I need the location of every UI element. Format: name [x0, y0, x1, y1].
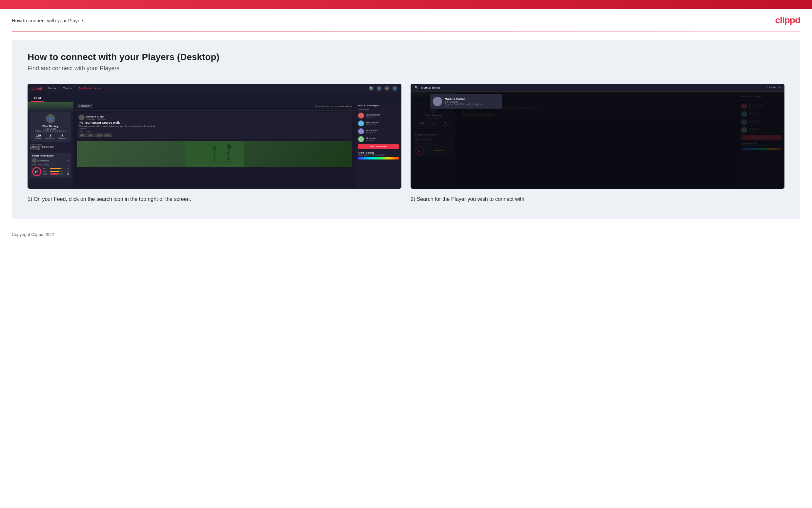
sc-nav-myperformance: My Performance	[77, 86, 103, 91]
sc-right-1: Most Active Players Last 30 days Richard…	[355, 102, 401, 188]
sc-close-btn[interactable]: ×	[778, 86, 780, 89]
sc-stat-followers-label: Followers	[46, 137, 54, 139]
sc-search-input[interactable]: Marcus Turner	[421, 86, 765, 89]
sc-latest-val: Afternoon round of golf	[30, 146, 71, 148]
sc-activity-avatar	[79, 115, 85, 120]
sc-player-name-small: Eli Vincent	[38, 160, 66, 162]
header-divider	[12, 32, 800, 32]
sc-tags: OTT APP ARG PUTT	[79, 134, 350, 137]
sc-search-bar[interactable]: 🔍 Marcus Turner CLEAR ×	[411, 84, 784, 92]
sc-stat-followers: 3 Followers	[46, 134, 54, 139]
sc-most-active-title: Most Active Players	[358, 104, 399, 107]
sc-feed-tab-1: Feed	[31, 95, 44, 102]
sc-player-list-acts-3: Activities: 3	[366, 132, 378, 134]
sc-player-list-name-2: Piers Parnell	[366, 121, 379, 124]
svg-point-1	[227, 144, 231, 149]
sc-activity: Richard Butler Yesterday · The Grove Pre…	[77, 113, 352, 139]
sc-result-club: Cypress Point Club, United Kingdom	[445, 103, 482, 105]
sc-score-circle: 84	[32, 167, 41, 176]
sc-player-list-avatar-3	[358, 128, 364, 134]
sc-player-list-acts-4: Activities: 1	[366, 139, 377, 141]
sc-bar-ott-label: OTT	[43, 168, 49, 170]
sc-profile-name: Blair McHarg	[33, 125, 68, 128]
sc-team-heatmap-title: Team Heatmap	[358, 152, 399, 154]
sc-control-link: Control who can see your activity and da…	[315, 105, 352, 107]
sc-profile-club: Mill Ride Golf Club, United Kingdom	[33, 130, 68, 132]
sc-activity-person: Richard Butler	[86, 115, 106, 118]
sc-bar-arg-val: 61	[64, 173, 69, 175]
sc-active-period: Last 30 days	[358, 109, 399, 111]
sc-nav-1: clippd Home Teams My Performance 🔍 👤 ⚙ 👤	[28, 84, 401, 93]
sc-stat-activities-num: 129	[35, 134, 43, 137]
sc-clear-btn[interactable]: CLEAR	[767, 86, 776, 89]
sc-bar-ott-val: 79	[64, 168, 69, 170]
sc-tag-app: APP	[87, 134, 94, 137]
sc-team-dashboard-btn[interactable]: Team Dashboard	[358, 144, 399, 149]
sc-score: 84 OTT 79	[32, 167, 69, 176]
main-subtitle: Find and connect with your Players	[28, 65, 784, 72]
sc-quality-label: Total Player Quality	[32, 164, 69, 166]
sc-profile-avatar: 👤	[46, 114, 55, 123]
sc-player-list-name-3: Hiral Pujara	[366, 129, 378, 132]
sc-player-list-acts-2: Activities: 4	[366, 124, 379, 126]
sc-player-avatar-small	[32, 158, 37, 163]
sc-profile-card: 👤 Blair McHarg Golf Coach Mill Ride Golf…	[30, 112, 71, 142]
header-title: How to connect with your Players	[12, 18, 85, 23]
sc-nav-items-1: Home Teams My Performance	[46, 86, 103, 91]
sc-tag-ott: OTT	[79, 134, 86, 137]
sc-latest-date: 27 Jul 2022	[30, 148, 71, 150]
sc-stat-followers-num: 3	[46, 134, 54, 137]
main-content: How to connect with your Players (Deskto…	[12, 40, 800, 219]
sc-left-1: 👤 Blair McHarg Golf Coach Mill Ride Golf…	[28, 102, 74, 188]
sc-bar-ott-track	[50, 168, 63, 169]
sc-activity-location: Yesterday · The Grove	[86, 118, 106, 120]
footer: Copyright Clippd 2022	[0, 227, 812, 242]
sc-bar-arg: ARG 61	[43, 173, 69, 175]
sc-stat-activities-label: Activities	[35, 137, 43, 139]
sc-bar-ott-fill	[50, 168, 61, 169]
sc-golf-image	[77, 141, 352, 167]
svg-line-2	[229, 149, 229, 157]
sc-search-bar-icon: 🔍	[415, 86, 419, 89]
sc-following-btn: Following ▾	[77, 104, 93, 108]
sc-activity-duration: 02 hr : 00 min	[79, 130, 350, 132]
sc-activity-title: Pre Tournament Course Walk	[79, 121, 350, 124]
sc-player-list-acts-1: Activities: 7	[366, 116, 380, 118]
panel-2-caption: 2) Search for the Player you wish to con…	[411, 195, 784, 203]
sc-result-avatar	[433, 97, 442, 106]
sc-avatar-1: 👤	[392, 86, 397, 91]
logo: clippd	[775, 15, 800, 26]
sc-bar-arg-fill	[50, 173, 58, 175]
sc-heatmap-bar	[358, 157, 399, 160]
sc-bar-app-fill	[50, 171, 59, 172]
sc-player-item-3: Hiral Pujara Activities: 3	[358, 128, 399, 134]
sc-activity-desc: Walking the course with my coach to buil…	[79, 125, 350, 127]
sc-bars: OTT 79 APP	[43, 168, 69, 176]
sc-tag-arg: ARG	[95, 134, 103, 137]
sc-nav-home: Home	[46, 86, 58, 91]
svg-line-7	[214, 150, 214, 157]
panel-1-caption: 1) On your Feed, click on the search ico…	[28, 195, 401, 203]
screenshot-1: clippd Home Teams My Performance 🔍 👤 ⚙ 👤…	[28, 84, 401, 189]
sc-body-1: 👤 Blair McHarg Golf Coach Mill Ride Golf…	[28, 102, 401, 188]
screenshot-2: clippd Home Teams My Performance 👤 Bl	[411, 84, 784, 189]
sc-player-list-name-4: Eli Vincent	[366, 137, 377, 139]
sc-search-icon-1: 🔍	[369, 86, 374, 91]
sc-result-handicap: 1-5 Handicap	[445, 101, 482, 103]
sc-user-icon-1: 👤	[377, 86, 382, 91]
sc-stats: 129 Activities 3 Followers 4 Following	[33, 134, 68, 139]
sc-bar-arg-label: ARG	[43, 173, 49, 175]
sc-following-bar: Following ▾ Control who can see your act…	[74, 102, 355, 111]
panel-1: clippd Home Teams My Performance 🔍 👤 ⚙ 👤…	[28, 84, 401, 203]
sc-player-item-1: Richard Butler Activities: 7	[358, 113, 399, 119]
sc-player-item-2: Piers Parnell Activities: 4	[358, 120, 399, 126]
sc-heatmap-label: Player Quality · 30 Round Trend	[358, 154, 399, 156]
sc-center-1: Following ▾ Control who can see your act…	[74, 102, 355, 188]
sc-bar-app-label: APP	[43, 170, 49, 172]
sc-search-result[interactable]: Marcus Turner 1-5 Handicap Cypress Point…	[430, 94, 503, 109]
sc-latest-activity: Latest Activity Afternoon round of golf …	[30, 144, 71, 150]
sc-nav-teams: Teams	[61, 86, 74, 91]
sc-player-perf-title: Player Performance	[32, 155, 69, 157]
sc-bar-app-val: 70	[64, 170, 69, 172]
header: How to connect with your Players clippd	[0, 9, 812, 32]
